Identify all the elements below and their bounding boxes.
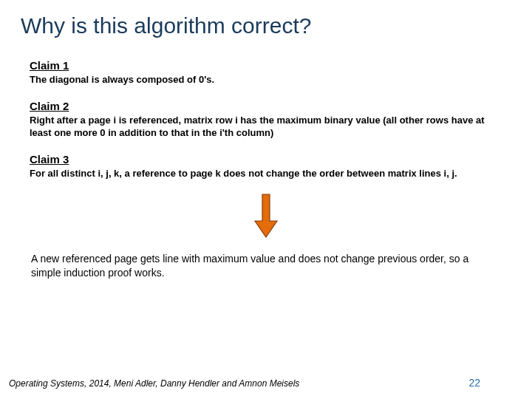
claim-1-head: Claim 1: [30, 59, 502, 72]
footer: Operating Systems, 2014, Meni Adler, Dan…: [9, 377, 523, 389]
slide-title: Why is this algorithm correct?: [0, 0, 532, 38]
slide-content: Claim 1 The diagonal is always composed …: [0, 38, 532, 280]
claim-2-head: Claim 2: [30, 100, 502, 112]
page-number: 22: [468, 377, 523, 389]
claim-3-body: For all distinct i, j, k, a reference to…: [30, 167, 502, 180]
claim-1-body: The diagonal is always composed of 0's.: [30, 73, 502, 86]
footer-credits: Operating Systems, 2014, Meni Adler, Dan…: [9, 378, 299, 389]
summary-text: A new referenced page gets line with max…: [30, 252, 502, 280]
claim-2-body: Right after a page i is referenced, matr…: [30, 114, 502, 140]
arrow-container: [30, 193, 502, 242]
arrow-path: [255, 194, 277, 237]
claim-3-head: Claim 3: [30, 153, 502, 166]
down-arrow-icon: [252, 193, 280, 239]
